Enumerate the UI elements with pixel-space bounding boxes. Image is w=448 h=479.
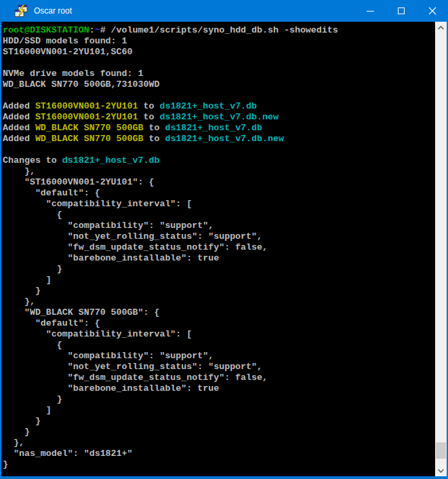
terminal-text-segment: }	[3, 427, 30, 437]
scroll-up-button[interactable]	[435, 22, 447, 33]
terminal-text-segment: WD_BLACK SN770 500GB,731030WD	[3, 79, 159, 90]
terminal-line: Changes to ds1821+_host_v7.db	[3, 155, 435, 166]
terminal-text-segment: ST16000VN001-2YU101,SC60	[3, 47, 133, 57]
terminal-line	[3, 90, 435, 101]
terminal-line	[3, 58, 435, 69]
terminal-text-segment: }	[3, 459, 8, 470]
terminal-line: }	[3, 394, 435, 405]
terminal-text-segment: ds1821+_host_v7.db.new	[159, 112, 279, 122]
terminal-line: "compatibility_interval": [	[3, 329, 435, 340]
terminal-text-segment: },	[3, 296, 35, 307]
terminal-line: },	[3, 166, 435, 177]
terminal-text-segment: "barebone_installable": true	[3, 383, 219, 394]
terminal-line: WD_BLACK SN770 500GB,731030WD	[3, 79, 435, 90]
terminal-text-segment: WD_BLACK SN770 500GB	[35, 134, 144, 144]
maximize-icon	[398, 7, 405, 14]
terminal-text-segment: to	[138, 101, 160, 111]
title-bar[interactable]: Oscar root	[0, 0, 448, 22]
terminal-line: Added ST16000VN001-2YU101 to ds1821+_hos…	[3, 112, 435, 123]
terminal-text-segment: ~	[95, 25, 100, 35]
terminal-line: },	[3, 438, 435, 448]
terminal-line: "fw_dsm_update_status_notify": false,	[3, 372, 435, 383]
terminal-text-segment: }	[3, 416, 41, 426]
terminal-text-segment: "barebone_installable": true	[3, 253, 219, 263]
terminal-line: Added WD_BLACK SN770 500GB to ds1821+_ho…	[3, 134, 435, 145]
terminal-text-segment: HDD/SSD models found: 1	[3, 36, 127, 46]
caption-buttons	[354, 0, 448, 22]
terminal-line: {	[3, 210, 435, 221]
terminal-line: "default": {	[3, 188, 435, 199]
terminal-text-segment: ST16000VN001-2YU101	[35, 101, 138, 111]
terminal-line: }	[3, 264, 435, 275]
terminal-text-segment: to	[143, 123, 165, 133]
terminal-text-segment: ds1821+_host_v7.db.new	[165, 134, 284, 144]
terminal-line: }	[3, 427, 435, 438]
terminal-line: HDD/SSD models found: 1	[3, 36, 435, 47]
terminal-text-segment: "ST16000VN001-2YU101": {	[3, 177, 154, 187]
terminal-text-segment: Added	[3, 101, 35, 111]
window-title: Oscar root	[34, 6, 72, 16]
minimize-icon	[367, 11, 374, 12]
chevron-down-icon	[438, 469, 444, 473]
putty-window: Oscar root root@DISKSTATION:~# /volume1/…	[0, 0, 448, 479]
terminal-text-segment: },	[3, 166, 35, 176]
terminal-text-segment: {	[3, 210, 62, 220]
terminal-line: "not_yet_rolling_status": "support",	[3, 231, 435, 242]
terminal-line: "WD_BLACK SN770 500GB": {	[3, 307, 435, 318]
terminal-line: "compatibility": "support",	[3, 221, 435, 231]
window-content: root@DISKSTATION:~# /volume1/scripts/syn…	[0, 22, 448, 478]
terminal-line: "nas_model": "ds1821+"	[3, 448, 435, 459]
terminal-text-segment: WD_BLACK SN770 500GB	[35, 123, 144, 133]
maximize-button[interactable]	[386, 0, 417, 22]
terminal-text-segment: Changes to	[3, 155, 62, 166]
terminal-line: },	[3, 296, 435, 307]
terminal-text-segment: }	[3, 286, 41, 296]
terminal-line	[3, 145, 435, 155]
terminal-output[interactable]: root@DISKSTATION:~# /volume1/scripts/syn…	[1, 22, 435, 476]
terminal-line: "barebone_installable": true	[3, 253, 435, 264]
terminal-text-segment: }	[3, 394, 62, 404]
terminal-line: root@DISKSTATION:~# /volume1/scripts/syn…	[3, 25, 435, 36]
terminal-text-segment: "default": {	[3, 188, 100, 198]
close-button[interactable]	[417, 0, 448, 22]
terminal-text-segment: "default": {	[3, 318, 100, 328]
terminal-text-segment: "compatibility_interval": [	[3, 329, 192, 339]
terminal-text-segment: "fw_dsm_update_status_notify": false,	[3, 372, 268, 383]
terminal-text-segment: ds1821+_host_v7.db	[165, 123, 262, 133]
close-icon	[428, 7, 436, 15]
scrollbar-thumb[interactable]	[436, 442, 446, 459]
terminal-line: }	[3, 286, 435, 296]
terminal-text-segment: root@DISKSTATION	[3, 25, 89, 35]
terminal-text-segment: :	[89, 25, 95, 35]
terminal-text-segment: # /volume1/scripts/syno_hdd_db.sh -showe…	[100, 25, 338, 35]
terminal-text-segment: },	[3, 438, 24, 448]
terminal-text-segment: ds1821+_host_v7.db	[62, 155, 160, 166]
terminal-text-segment: "not_yet_rolling_status": "support",	[3, 231, 262, 242]
terminal-line: ]	[3, 275, 435, 286]
terminal-text-segment: to	[143, 134, 165, 144]
scroll-down-button[interactable]	[435, 465, 447, 476]
terminal-line: ST16000VN001-2YU101,SC60	[3, 47, 435, 58]
terminal-text-segment: {	[3, 340, 62, 350]
terminal-line: "not_yet_rolling_status": "support",	[3, 362, 435, 372]
terminal-line: "barebone_installable": true	[3, 383, 435, 394]
terminal-text-segment: "compatibility": "support",	[3, 221, 213, 231]
minimize-button[interactable]	[354, 0, 386, 22]
putty-icon[interactable]	[14, 4, 28, 18]
terminal-line: ]	[3, 405, 435, 416]
terminal-line: {	[3, 340, 435, 351]
scrollbar[interactable]	[435, 22, 447, 476]
terminal-text-segment: "compatibility": "support",	[3, 351, 213, 361]
terminal-line: Added WD_BLACK SN770 500GB to ds1821+_ho…	[3, 123, 435, 134]
terminal-line: "ST16000VN001-2YU101": {	[3, 177, 435, 188]
terminal-text-segment: "nas_model": "ds1821+"	[3, 448, 133, 459]
terminal-text-segment: Added	[3, 123, 35, 133]
terminal-text-segment: "fw_dsm_update_status_notify": false,	[3, 242, 268, 252]
terminal-text-segment: "compatibility_interval": [	[3, 199, 192, 209]
terminal-text-segment: ]	[3, 405, 52, 415]
terminal-text-segment: NVMe drive models found: 1	[3, 69, 143, 79]
terminal-line: }	[3, 416, 435, 427]
terminal-text-segment: "WD_BLACK SN770 500GB": {	[3, 307, 159, 318]
terminal-text-segment: ]	[3, 275, 52, 285]
terminal-text-segment: }	[3, 264, 62, 274]
